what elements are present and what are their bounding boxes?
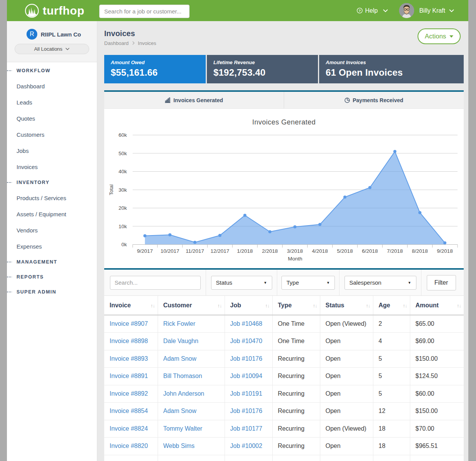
column-header-job[interactable]: Job↑↓: [225, 296, 272, 315]
y-tick-label: 50k: [118, 151, 127, 156]
cell-job[interactable]: Job #10176: [225, 403, 272, 420]
cell-empty: [272, 455, 320, 461]
breadcrumb-invoices: Invoices: [138, 40, 156, 46]
cell-invoice[interactable]: Invoice #8892: [104, 385, 158, 403]
location-selector[interactable]: All Locations: [15, 44, 89, 54]
table-row: Invoice #8898Dale VaughnJob #10470One Ti…: [104, 333, 464, 350]
column-header-status[interactable]: Status↑↓: [320, 296, 373, 315]
cell-invoice[interactable]: Invoice #8907: [104, 315, 158, 333]
table-search-input[interactable]: [110, 276, 201, 290]
tab-payments-received[interactable]: Payments Received: [284, 92, 464, 108]
global-search-input[interactable]: [99, 5, 190, 18]
sidebar-item-invoices[interactable]: Invoices: [7, 159, 97, 175]
column-header-amount[interactable]: Amount↑↓: [410, 296, 464, 315]
caret-down-icon: ▼: [326, 281, 330, 285]
cell-invoice[interactable]: Invoice #8854: [104, 403, 158, 420]
cell-customer[interactable]: Bill Thomason: [158, 368, 225, 385]
cell-amount: $70.00: [410, 420, 464, 438]
column-label: Job: [230, 302, 241, 308]
type-select[interactable]: Type▼: [281, 276, 335, 290]
svg-text:?: ?: [358, 9, 361, 13]
actions-button[interactable]: Actions: [418, 28, 461, 44]
tab-label: Invoices Generated: [173, 97, 223, 103]
cell-type: Recurring: [272, 385, 320, 403]
tab-invoices-generated[interactable]: Invoices Generated: [104, 92, 284, 108]
cell-invoice[interactable]: Invoice #8820: [104, 438, 158, 455]
cell-invoice[interactable]: Invoice #8893: [104, 350, 158, 368]
filter-button[interactable]: Filter: [427, 275, 456, 290]
cell-job[interactable]: Job #10176: [225, 350, 272, 368]
sidebar-item-quotes[interactable]: Quotes: [7, 110, 97, 126]
type-select-label: Type: [286, 279, 299, 286]
cell-invoice[interactable]: Invoice #8824: [104, 420, 158, 438]
sidebar-item-expenses[interactable]: Expenses: [7, 238, 97, 254]
cell-job[interactable]: Job #10191: [225, 385, 272, 403]
cell-customer[interactable]: Tommy Walter: [158, 420, 225, 438]
cell-status: Open: [320, 403, 373, 420]
breadcrumb-dashboard[interactable]: Dashboard: [104, 40, 129, 46]
sidebar-item-customers[interactable]: Customers: [7, 126, 97, 143]
filter-cell-type: Type▼: [277, 270, 339, 295]
cell-job[interactable]: Job #10094: [225, 368, 272, 385]
nav-label: Expenses: [17, 243, 42, 250]
data-point: [393, 150, 396, 153]
brand[interactable]: turfhop: [25, 3, 84, 18]
chart-panel: Invoices GeneratedPayments Received Invo…: [104, 90, 464, 268]
y-tick-label: 40k: [118, 169, 127, 174]
sort-icon[interactable]: ↑↓: [218, 302, 222, 308]
sort-icon[interactable]: ↑↓: [151, 302, 155, 308]
x-tick-label: 8/2018: [412, 248, 428, 254]
cell-job[interactable]: Job #10470: [225, 333, 272, 350]
cell-customer[interactable]: Adam Snow: [158, 350, 225, 368]
cell-type: Recurring: [272, 350, 320, 368]
sidebar-section-super-admin: SUPER ADMIN: [7, 284, 97, 299]
sort-icon[interactable]: ↑↓: [366, 302, 370, 308]
sort-icon[interactable]: ↑↓: [457, 302, 461, 308]
column-header-type[interactable]: Type↑↓: [272, 296, 320, 315]
column-header-customer[interactable]: Customer↑↓: [158, 296, 225, 315]
x-tick-label: 3/2018: [287, 248, 303, 254]
sidebar-item-assets-equipment[interactable]: Assets / Equipment: [7, 206, 97, 222]
filter-cell-salesperson: Salesperson▼: [339, 270, 421, 295]
cell-invoice[interactable]: Invoice #8898: [104, 333, 158, 350]
pie-chart-icon: [345, 98, 350, 103]
column-header-invoice[interactable]: Invoice↑↓: [104, 296, 158, 315]
data-point: [293, 225, 296, 228]
x-tick-label: 2/2018: [262, 248, 278, 254]
column-label: Customer: [163, 302, 192, 308]
column-header-age[interactable]: Age↑↓: [373, 296, 410, 315]
sidebar-item-vendors[interactable]: Vendors: [7, 222, 97, 238]
y-tick-label: 10k: [118, 224, 127, 229]
help-menu[interactable]: ? Help: [357, 7, 388, 14]
sidebar-section-reports: REPORTS: [7, 269, 97, 284]
cell-job[interactable]: Job #10002: [225, 438, 272, 455]
cell-customer[interactable]: John Anderson: [158, 385, 225, 403]
sort-icon[interactable]: ↑↓: [403, 302, 407, 308]
stat-value: $192,753.40: [213, 67, 318, 78]
sidebar-item-leads[interactable]: Leads: [7, 94, 97, 110]
salesperson-select[interactable]: Salesperson▼: [345, 276, 416, 290]
x-tick-label: 9/2018: [437, 248, 453, 254]
cell-job[interactable]: Job #10177: [225, 420, 272, 438]
data-point: [193, 241, 196, 244]
cell-invoice[interactable]: Invoice #8891: [104, 368, 158, 385]
sort-icon[interactable]: ↑↓: [265, 302, 270, 308]
sidebar-item-dashboard[interactable]: Dashboard: [7, 78, 97, 94]
data-point: [343, 196, 346, 199]
cell-empty: [320, 455, 373, 461]
sidebar-item-jobs[interactable]: Jobs: [7, 143, 97, 159]
invoices-generated-chart: Invoices Generated0k10k20k30k40k50k60k9/…: [104, 109, 464, 268]
cell-customer[interactable]: Rick Fowler: [158, 315, 225, 333]
cell-customer[interactable]: Adam Snow: [158, 403, 225, 420]
sort-icon[interactable]: ↑↓: [313, 302, 317, 308]
cell-job[interactable]: Job #10468: [225, 315, 272, 333]
sidebar-section-inventory: INVENTORY: [7, 175, 97, 190]
sidebar-item-products-services[interactable]: Products / Services: [7, 190, 97, 206]
org-row[interactable]: R RIIPL Lawn Co: [27, 29, 81, 40]
cell-amount: $965.51: [410, 438, 464, 455]
cell-customer[interactable]: Dale Vaughn: [158, 333, 225, 350]
status-select[interactable]: Status▼: [211, 276, 272, 290]
cell-status: Open: [320, 333, 373, 350]
cell-customer[interactable]: Webb Sims: [158, 438, 225, 455]
user-menu[interactable]: Billy Kraft: [399, 3, 454, 18]
